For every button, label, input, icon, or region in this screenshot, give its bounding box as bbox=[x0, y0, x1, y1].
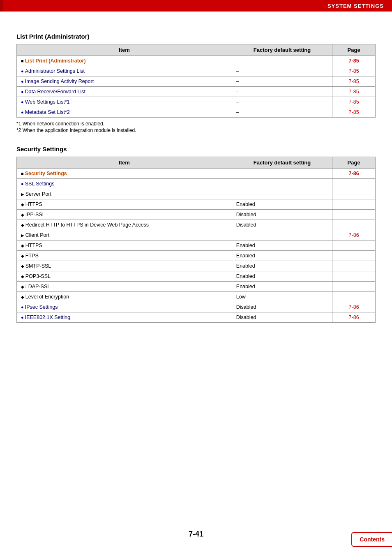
page-link[interactable]: 7-86 bbox=[349, 232, 359, 238]
table-row: Data Receive/Forward List – 7-85 bbox=[17, 87, 376, 97]
col-page-header: Page bbox=[332, 44, 376, 56]
factory-cell: Low bbox=[232, 292, 332, 302]
factory-cell: – bbox=[232, 76, 332, 87]
item-label-cell: Server Port bbox=[17, 189, 332, 199]
table-row: FTPS Enabled bbox=[17, 251, 376, 261]
page-link[interactable]: 7-85 bbox=[349, 79, 359, 84]
table-row: List Print (Administrator) 7-85 bbox=[17, 56, 376, 66]
page-link[interactable]: 7-86 bbox=[349, 314, 359, 320]
table-row: Metadata Set List*2 – 7-85 bbox=[17, 107, 376, 118]
factory-cell: Enabled bbox=[232, 199, 332, 210]
page-cell bbox=[332, 282, 376, 292]
item-label: IPsec Settings bbox=[21, 304, 58, 310]
page-link[interactable]: 7-85 bbox=[349, 68, 359, 74]
page-cell: 7-85 bbox=[332, 76, 376, 87]
table-row: Client Port 7-86 bbox=[17, 230, 376, 240]
item-label: Image Sending Activity Report bbox=[21, 79, 94, 84]
item-label: Server Port bbox=[21, 191, 51, 197]
factory-cell: – bbox=[232, 87, 332, 97]
group-label: Security Settings bbox=[21, 171, 67, 176]
item-label: HTTPS bbox=[21, 201, 42, 207]
item-label-cell: Client Port bbox=[17, 230, 332, 240]
col-page-header2: Page bbox=[332, 157, 376, 169]
table-row: SMTP-SSL Enabled bbox=[17, 261, 376, 271]
item-label: Level of Encryption bbox=[21, 294, 69, 300]
table-row: Redirect HTTP to HTTPS in Device Web Pag… bbox=[17, 220, 376, 230]
page-cell bbox=[332, 240, 376, 251]
item-label: Web Settings List*1 bbox=[21, 99, 70, 105]
item-label-cell: Web Settings List*1 bbox=[17, 97, 232, 107]
page-cell: 7-86 bbox=[332, 302, 376, 312]
page-cell: 7-85 bbox=[332, 107, 376, 118]
page-cell: 7-85 bbox=[332, 66, 376, 76]
item-label-cell: HTTPS bbox=[17, 199, 232, 210]
col-item-header2: Item bbox=[17, 157, 232, 169]
factory-cell: Enabled bbox=[232, 282, 332, 292]
item-label: POP3-SSL bbox=[21, 273, 51, 279]
item-label-cell: FTPS bbox=[17, 251, 232, 261]
footnote-1: *1 When network connection is enabled. bbox=[16, 121, 376, 127]
item-label: IEEE802.1X Setting bbox=[21, 314, 70, 320]
footer: 7-41 bbox=[0, 530, 392, 539]
factory-cell: Enabled bbox=[232, 251, 332, 261]
col-factory-header: Factory default setting bbox=[232, 44, 332, 56]
page-number: 7-41 bbox=[189, 530, 203, 539]
item-label: FTPS bbox=[21, 253, 39, 259]
item-label-cell: IPsec Settings bbox=[17, 302, 232, 312]
factory-cell: Disabled bbox=[232, 220, 332, 230]
table-row: POP3-SSL Enabled bbox=[17, 271, 376, 282]
page-link[interactable]: 7-86 bbox=[349, 304, 359, 310]
group-label-cell: List Print (Administrator) bbox=[17, 56, 332, 66]
page-link[interactable]: 7-85 bbox=[349, 109, 359, 115]
page-link[interactable]: 7-85 bbox=[349, 89, 359, 95]
table-row: LDAP-SSL Enabled bbox=[17, 282, 376, 292]
header-bar: SYSTEM SETTINGS bbox=[0, 0, 392, 12]
item-label-cell: SSL Settings bbox=[17, 179, 332, 189]
item-label: Administrator Settings List bbox=[21, 68, 85, 74]
header-title: SYSTEM SETTINGS bbox=[327, 3, 384, 9]
factory-cell: – bbox=[232, 66, 332, 76]
contents-button[interactable]: Contents bbox=[351, 532, 392, 547]
group-label: List Print (Administrator) bbox=[21, 58, 86, 64]
page-link[interactable]: 7-86 bbox=[349, 171, 359, 176]
footnotes: *1 When network connection is enabled. *… bbox=[16, 121, 376, 133]
page-cell: 7-86 bbox=[332, 230, 376, 240]
section2-heading: Security Settings bbox=[16, 146, 376, 153]
table-row: Image Sending Activity Report – 7-85 bbox=[17, 76, 376, 87]
factory-cell: Disabled bbox=[232, 210, 332, 220]
factory-cell: Disabled bbox=[232, 302, 332, 312]
page-cell bbox=[332, 292, 376, 302]
factory-cell: – bbox=[232, 97, 332, 107]
factory-cell: Enabled bbox=[232, 271, 332, 282]
table-row: Web Settings List*1 – 7-85 bbox=[17, 97, 376, 107]
item-label-cell: POP3-SSL bbox=[17, 271, 232, 282]
factory-cell: – bbox=[232, 107, 332, 118]
item-label: IPP-SSL bbox=[21, 212, 45, 217]
item-label: SMTP-SSL bbox=[21, 263, 51, 269]
table-row: HTTPS Enabled bbox=[17, 199, 376, 210]
page-cell: 7-86 bbox=[332, 312, 376, 323]
page-cell bbox=[332, 271, 376, 282]
page-cell bbox=[332, 220, 376, 230]
item-label: SSL Settings bbox=[21, 181, 55, 187]
page-link[interactable]: 7-85 bbox=[349, 58, 359, 64]
item-label-cell: Administrator Settings List bbox=[17, 66, 232, 76]
table-row: Security Settings 7-86 bbox=[17, 169, 376, 179]
footnote-2: *2 When the application integration modu… bbox=[16, 127, 376, 133]
table-row: Administrator Settings List – 7-85 bbox=[17, 66, 376, 76]
security-settings-table: Item Factory default setting Page Securi… bbox=[16, 157, 376, 323]
item-label-cell: HTTPS bbox=[17, 240, 232, 251]
section1-heading: List Print (Administrator) bbox=[16, 33, 376, 40]
item-label-cell: Metadata Set List*2 bbox=[17, 107, 232, 118]
item-label-cell: Redirect HTTP to HTTPS in Device Web Pag… bbox=[17, 220, 232, 230]
group-label-cell: Security Settings bbox=[17, 169, 332, 179]
factory-cell: Disabled bbox=[232, 312, 332, 323]
table-row: Level of Encryption Low bbox=[17, 292, 376, 302]
item-label-cell: IPP-SSL bbox=[17, 210, 232, 220]
table-row: SSL Settings bbox=[17, 179, 376, 189]
page-cell bbox=[332, 199, 376, 210]
item-label: Metadata Set List*2 bbox=[21, 109, 70, 115]
page-link[interactable]: 7-85 bbox=[349, 99, 359, 105]
table-row: HTTPS Enabled bbox=[17, 240, 376, 251]
item-label-cell: Image Sending Activity Report bbox=[17, 76, 232, 87]
